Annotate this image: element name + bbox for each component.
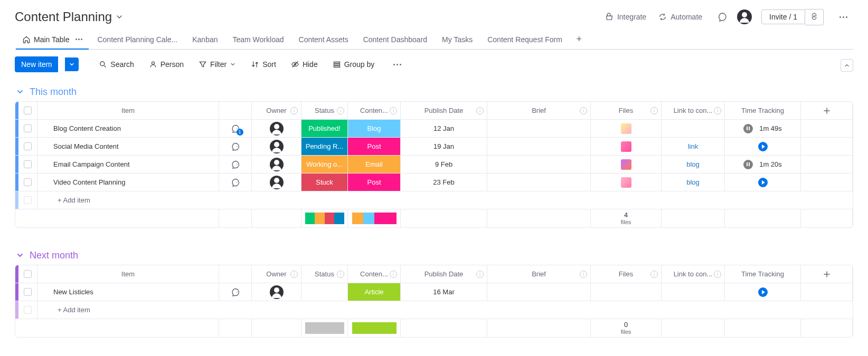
time-tracking-cell[interactable]: 1m 20s — [725, 156, 801, 173]
files-cell[interactable] — [591, 120, 662, 137]
open-item-button[interactable] — [219, 174, 252, 191]
open-item-button[interactable] — [219, 138, 252, 155]
info-icon[interactable]: i — [290, 107, 298, 114]
brief-cell[interactable] — [487, 138, 591, 155]
play-icon[interactable] — [758, 142, 768, 151]
tab-menu-icon[interactable] — [76, 39, 82, 40]
file-thumbnail[interactable] — [621, 177, 631, 188]
column-header-content[interactable]: Conten...i — [348, 102, 401, 119]
play-icon[interactable] — [758, 178, 768, 187]
item-name-cell[interactable]: Email Campaign Content — [37, 156, 219, 173]
tab-5[interactable]: Content Dashboard — [356, 30, 435, 49]
owner-cell[interactable] — [252, 156, 301, 173]
chevron-down-icon[interactable] — [115, 13, 124, 21]
open-item-button[interactable]: 1 — [219, 120, 252, 137]
info-icon[interactable]: i — [714, 271, 721, 278]
pause-icon[interactable] — [743, 160, 753, 169]
column-header-time[interactable]: Time Tracking — [725, 265, 801, 283]
info-icon[interactable]: i — [476, 107, 484, 114]
link-cell[interactable]: blog — [662, 156, 725, 173]
file-thumbnail[interactable] — [621, 159, 631, 170]
content-type-cell[interactable]: Post — [348, 174, 401, 191]
owner-cell[interactable] — [252, 120, 301, 137]
toolbar-more-button[interactable] — [387, 56, 407, 73]
owner-cell[interactable] — [252, 174, 301, 191]
select-all-checkbox[interactable] — [18, 102, 37, 119]
group-by-button[interactable]: Group by — [328, 57, 379, 72]
tab-4[interactable]: Content Assets — [291, 30, 356, 49]
content-type-cell[interactable]: Email — [348, 156, 401, 173]
content-type-cell[interactable]: Article — [348, 283, 401, 301]
files-cell[interactable] — [591, 138, 662, 155]
add-column-button[interactable] — [801, 102, 853, 119]
status-cell[interactable]: Working o... — [301, 156, 348, 173]
column-header-publish[interactable]: Publish Datei — [401, 265, 487, 283]
new-item-dropdown[interactable] — [65, 57, 79, 71]
tab-6[interactable]: My Tasks — [435, 30, 480, 49]
group-header-0[interactable]: This month — [15, 82, 853, 101]
row-checkbox[interactable] — [18, 283, 37, 301]
files-cell[interactable] — [591, 283, 662, 301]
link-cell[interactable] — [662, 120, 725, 137]
chat-icon[interactable] — [714, 8, 731, 25]
pause-icon[interactable] — [743, 124, 753, 133]
board-title[interactable]: Content Planning — [15, 9, 112, 24]
select-all-checkbox[interactable] — [18, 265, 37, 283]
publish-date-cell[interactable]: 23 Feb — [401, 174, 487, 191]
column-header-content[interactable]: Conten...i — [348, 265, 401, 283]
copy-link-button[interactable] — [805, 9, 824, 25]
time-tracking-cell[interactable] — [725, 138, 801, 155]
row-checkbox[interactable] — [18, 120, 37, 137]
column-header-owner[interactable]: Owneri — [252, 102, 301, 119]
brief-cell[interactable] — [487, 120, 591, 137]
time-tracking-cell[interactable] — [725, 283, 801, 301]
column-header-status[interactable]: Statusi — [301, 265, 348, 283]
tab-0[interactable]: Main Table — [15, 30, 90, 49]
table-row[interactable]: Video Content Planning Stuck Post 23 Feb… — [15, 174, 853, 191]
content-type-cell[interactable]: Post — [348, 138, 401, 155]
status-cell[interactable]: Pending R... — [301, 138, 348, 155]
table-row[interactable]: New Listicles Article 16 Mar — [15, 283, 853, 301]
column-header-link[interactable]: Link to con...i — [662, 102, 725, 119]
group-header-1[interactable]: Next month — [15, 246, 853, 265]
open-item-button[interactable] — [219, 156, 252, 173]
collapse-panel-button[interactable] — [841, 59, 853, 72]
publish-date-cell[interactable]: 9 Feb — [401, 156, 487, 173]
search-button[interactable]: Search — [95, 57, 138, 72]
column-header-item[interactable]: Item — [37, 102, 219, 119]
brief-cell[interactable] — [487, 156, 591, 173]
play-icon[interactable] — [758, 287, 768, 297]
column-header-owner[interactable]: Owneri — [252, 265, 301, 283]
automate-button[interactable]: Automate — [658, 12, 702, 22]
status-cell[interactable]: Published! — [301, 120, 348, 137]
row-checkbox[interactable] — [18, 138, 37, 155]
status-cell[interactable]: Stuck — [301, 174, 348, 191]
add-item-row[interactable]: + Add item — [15, 301, 853, 319]
info-icon[interactable]: i — [337, 107, 344, 114]
info-icon[interactable]: i — [580, 271, 587, 278]
invite-button[interactable]: Invite / 1 — [761, 9, 805, 24]
user-avatar[interactable] — [737, 9, 752, 24]
column-header-brief[interactable]: Briefi — [487, 102, 591, 119]
add-item-row[interactable]: + Add item — [15, 191, 853, 209]
time-tracking-cell[interactable] — [725, 174, 801, 191]
link-cell[interactable] — [662, 283, 725, 301]
hide-button[interactable]: Hide — [287, 57, 322, 72]
publish-date-cell[interactable]: 12 Jan — [401, 120, 487, 137]
item-name-cell[interactable]: Blog Content Creation — [37, 120, 219, 137]
column-header-publish[interactable]: Publish Datei — [401, 102, 487, 119]
brief-cell[interactable] — [487, 283, 591, 301]
group-title[interactable]: This month — [30, 86, 77, 98]
link-cell[interactable]: link — [662, 138, 725, 155]
table-row[interactable]: Email Campaign Content Working o... Emai… — [15, 156, 853, 174]
content-link[interactable]: link — [688, 142, 699, 150]
files-cell[interactable] — [591, 156, 662, 173]
new-item-button[interactable]: New item — [15, 56, 58, 72]
table-row[interactable]: Social Media Content Pending R... Post 1… — [15, 138, 853, 156]
file-thumbnail[interactable] — [621, 123, 631, 134]
info-icon[interactable]: i — [337, 271, 344, 278]
item-name-cell[interactable]: New Listicles — [37, 283, 219, 301]
tab-2[interactable]: Kanban — [185, 30, 225, 49]
info-icon[interactable]: i — [580, 107, 587, 114]
sort-button[interactable]: Sort — [247, 57, 280, 72]
